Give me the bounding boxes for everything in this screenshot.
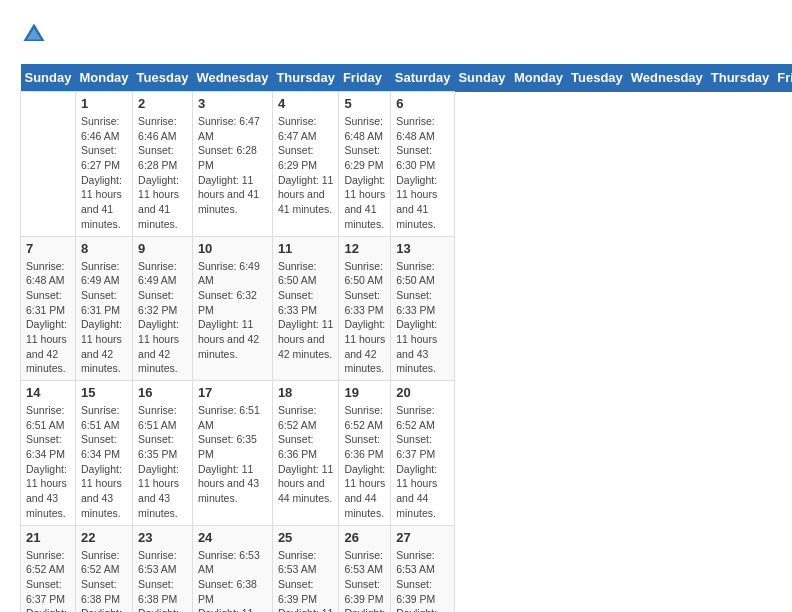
day-info: Sunrise: 6:51 AMSunset: 6:35 PMDaylight:…	[198, 403, 267, 506]
weekday-header: Tuesday	[567, 64, 627, 92]
day-number: 1	[81, 96, 127, 111]
calendar-cell: 21Sunrise: 6:52 AMSunset: 6:37 PMDayligh…	[21, 525, 76, 612]
day-number: 19	[344, 385, 385, 400]
day-number: 6	[396, 96, 449, 111]
day-number: 26	[344, 530, 385, 545]
calendar-cell: 13Sunrise: 6:50 AMSunset: 6:33 PMDayligh…	[391, 236, 455, 381]
day-number: 15	[81, 385, 127, 400]
day-info: Sunrise: 6:53 AMSunset: 6:39 PMDaylight:…	[278, 548, 334, 613]
calendar-week-row: 21Sunrise: 6:52 AMSunset: 6:37 PMDayligh…	[21, 525, 793, 612]
day-number: 23	[138, 530, 187, 545]
day-info: Sunrise: 6:50 AMSunset: 6:33 PMDaylight:…	[278, 259, 334, 362]
weekday-header-saturday: Saturday	[391, 64, 455, 92]
calendar-cell: 6Sunrise: 6:48 AMSunset: 6:30 PMDaylight…	[391, 92, 455, 237]
day-number: 9	[138, 241, 187, 256]
calendar-cell: 20Sunrise: 6:52 AMSunset: 6:37 PMDayligh…	[391, 381, 455, 526]
calendar-cell: 14Sunrise: 6:51 AMSunset: 6:34 PMDayligh…	[21, 381, 76, 526]
weekday-header: Thursday	[707, 64, 774, 92]
day-number: 7	[26, 241, 70, 256]
weekday-header: Friday	[773, 64, 792, 92]
calendar-cell: 25Sunrise: 6:53 AMSunset: 6:39 PMDayligh…	[272, 525, 339, 612]
calendar-cell: 4Sunrise: 6:47 AMSunset: 6:29 PMDaylight…	[272, 92, 339, 237]
day-info: Sunrise: 6:53 AMSunset: 6:39 PMDaylight:…	[344, 548, 385, 613]
calendar-cell: 23Sunrise: 6:53 AMSunset: 6:38 PMDayligh…	[133, 525, 193, 612]
day-info: Sunrise: 6:48 AMSunset: 6:31 PMDaylight:…	[26, 259, 70, 377]
day-number: 4	[278, 96, 334, 111]
day-info: Sunrise: 6:53 AMSunset: 6:38 PMDaylight:…	[138, 548, 187, 613]
day-number: 11	[278, 241, 334, 256]
day-info: Sunrise: 6:47 AMSunset: 6:29 PMDaylight:…	[278, 114, 334, 217]
day-info: Sunrise: 6:52 AMSunset: 6:37 PMDaylight:…	[396, 403, 449, 521]
day-number: 13	[396, 241, 449, 256]
day-number: 20	[396, 385, 449, 400]
day-info: Sunrise: 6:51 AMSunset: 6:34 PMDaylight:…	[81, 403, 127, 521]
calendar-week-row: 14Sunrise: 6:51 AMSunset: 6:34 PMDayligh…	[21, 381, 793, 526]
calendar-cell: 11Sunrise: 6:50 AMSunset: 6:33 PMDayligh…	[272, 236, 339, 381]
day-number: 2	[138, 96, 187, 111]
weekday-header-sunday: Sunday	[21, 64, 76, 92]
weekday-header-thursday: Thursday	[272, 64, 339, 92]
day-number: 8	[81, 241, 127, 256]
day-info: Sunrise: 6:53 AMSunset: 6:38 PMDaylight:…	[198, 548, 267, 613]
day-number: 10	[198, 241, 267, 256]
calendar-table: SundayMondayTuesdayWednesdayThursdayFrid…	[20, 64, 792, 612]
calendar-cell: 18Sunrise: 6:52 AMSunset: 6:36 PMDayligh…	[272, 381, 339, 526]
calendar-cell: 17Sunrise: 6:51 AMSunset: 6:35 PMDayligh…	[192, 381, 272, 526]
day-number: 17	[198, 385, 267, 400]
day-info: Sunrise: 6:51 AMSunset: 6:35 PMDaylight:…	[138, 403, 187, 521]
day-number: 16	[138, 385, 187, 400]
day-info: Sunrise: 6:51 AMSunset: 6:34 PMDaylight:…	[26, 403, 70, 521]
day-info: Sunrise: 6:52 AMSunset: 6:38 PMDaylight:…	[81, 548, 127, 613]
logo	[20, 20, 52, 48]
calendar-cell: 26Sunrise: 6:53 AMSunset: 6:39 PMDayligh…	[339, 525, 391, 612]
calendar-cell: 12Sunrise: 6:50 AMSunset: 6:33 PMDayligh…	[339, 236, 391, 381]
calendar-cell: 19Sunrise: 6:52 AMSunset: 6:36 PMDayligh…	[339, 381, 391, 526]
day-info: Sunrise: 6:47 AMSunset: 6:28 PMDaylight:…	[198, 114, 267, 217]
day-number: 18	[278, 385, 334, 400]
day-info: Sunrise: 6:48 AMSunset: 6:30 PMDaylight:…	[396, 114, 449, 232]
day-info: Sunrise: 6:49 AMSunset: 6:31 PMDaylight:…	[81, 259, 127, 377]
day-number: 24	[198, 530, 267, 545]
day-number: 21	[26, 530, 70, 545]
day-info: Sunrise: 6:50 AMSunset: 6:33 PMDaylight:…	[344, 259, 385, 377]
logo-icon	[20, 20, 48, 48]
calendar-cell: 3Sunrise: 6:47 AMSunset: 6:28 PMDaylight…	[192, 92, 272, 237]
weekday-header-wednesday: Wednesday	[192, 64, 272, 92]
weekday-header-monday: Monday	[75, 64, 132, 92]
day-number: 12	[344, 241, 385, 256]
weekday-header: Monday	[510, 64, 567, 92]
calendar-cell: 7Sunrise: 6:48 AMSunset: 6:31 PMDaylight…	[21, 236, 76, 381]
day-number: 14	[26, 385, 70, 400]
weekday-header-friday: Friday	[339, 64, 391, 92]
calendar-cell: 22Sunrise: 6:52 AMSunset: 6:38 PMDayligh…	[75, 525, 132, 612]
calendar-week-row: 7Sunrise: 6:48 AMSunset: 6:31 PMDaylight…	[21, 236, 793, 381]
day-info: Sunrise: 6:49 AMSunset: 6:32 PMDaylight:…	[198, 259, 267, 362]
day-info: Sunrise: 6:52 AMSunset: 6:36 PMDaylight:…	[344, 403, 385, 521]
calendar-cell: 2Sunrise: 6:46 AMSunset: 6:28 PMDaylight…	[133, 92, 193, 237]
weekday-header-tuesday: Tuesday	[133, 64, 193, 92]
day-info: Sunrise: 6:52 AMSunset: 6:37 PMDaylight:…	[26, 548, 70, 613]
weekday-header: Wednesday	[627, 64, 707, 92]
page-header	[20, 20, 772, 48]
calendar-cell: 8Sunrise: 6:49 AMSunset: 6:31 PMDaylight…	[75, 236, 132, 381]
day-number: 25	[278, 530, 334, 545]
day-info: Sunrise: 6:46 AMSunset: 6:27 PMDaylight:…	[81, 114, 127, 232]
calendar-cell: 24Sunrise: 6:53 AMSunset: 6:38 PMDayligh…	[192, 525, 272, 612]
calendar-cell: 15Sunrise: 6:51 AMSunset: 6:34 PMDayligh…	[75, 381, 132, 526]
day-number: 22	[81, 530, 127, 545]
calendar-cell: 9Sunrise: 6:49 AMSunset: 6:32 PMDaylight…	[133, 236, 193, 381]
calendar-cell: 1Sunrise: 6:46 AMSunset: 6:27 PMDaylight…	[75, 92, 132, 237]
day-number: 3	[198, 96, 267, 111]
day-number: 27	[396, 530, 449, 545]
day-info: Sunrise: 6:46 AMSunset: 6:28 PMDaylight:…	[138, 114, 187, 232]
day-info: Sunrise: 6:48 AMSunset: 6:29 PMDaylight:…	[344, 114, 385, 232]
calendar-cell: 5Sunrise: 6:48 AMSunset: 6:29 PMDaylight…	[339, 92, 391, 237]
calendar-header-row: SundayMondayTuesdayWednesdayThursdayFrid…	[21, 64, 793, 92]
day-info: Sunrise: 6:52 AMSunset: 6:36 PMDaylight:…	[278, 403, 334, 506]
calendar-cell: 16Sunrise: 6:51 AMSunset: 6:35 PMDayligh…	[133, 381, 193, 526]
day-info: Sunrise: 6:50 AMSunset: 6:33 PMDaylight:…	[396, 259, 449, 377]
calendar-week-row: 1Sunrise: 6:46 AMSunset: 6:27 PMDaylight…	[21, 92, 793, 237]
day-info: Sunrise: 6:53 AMSunset: 6:39 PMDaylight:…	[396, 548, 449, 613]
weekday-header: Sunday	[454, 64, 509, 92]
calendar-cell: 27Sunrise: 6:53 AMSunset: 6:39 PMDayligh…	[391, 525, 455, 612]
